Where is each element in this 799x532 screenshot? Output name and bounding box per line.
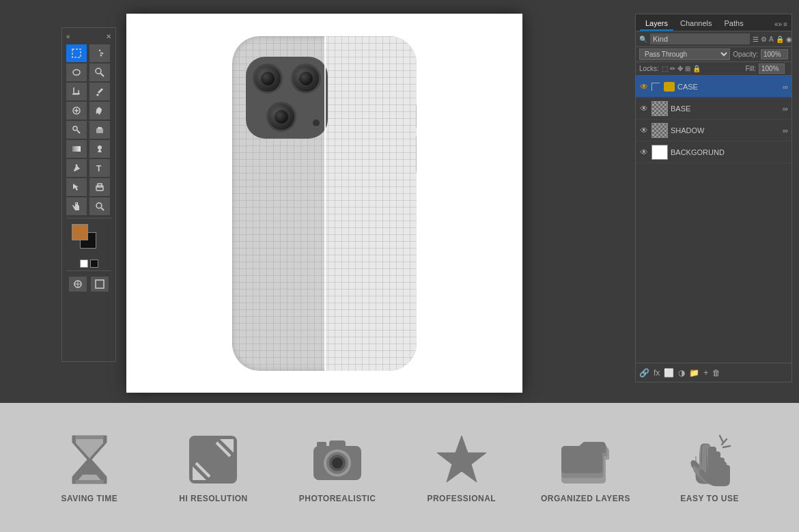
feature-organized-layers: ORGANIZED LAYERS (537, 432, 633, 503)
feature-hi-resolution: HI RESOLUTION (165, 432, 261, 503)
type-tool[interactable]: T (89, 159, 110, 177)
svg-line-19 (102, 208, 104, 211)
hand-tool[interactable] (66, 197, 87, 215)
svg-point-36 (332, 458, 343, 468)
locks-label: Locks: (639, 65, 659, 72)
zoom-tool[interactable] (89, 197, 110, 215)
clone-stamp-tool[interactable] (66, 121, 87, 139)
search-filter-icon-3[interactable]: A (769, 36, 774, 43)
photoshop-workspace: « ✕ (0, 0, 799, 403)
professional-icon (434, 432, 489, 487)
panel-menu-btn[interactable]: ≡ (783, 20, 787, 28)
direct-select-tool[interactable] (66, 178, 87, 196)
phone-side-btn-1 (416, 104, 417, 128)
layer-eye-background[interactable]: 👁 (639, 148, 649, 157)
shape-tool[interactable] (89, 178, 110, 196)
layer-expand-arrow[interactable] (651, 83, 660, 91)
new-layer-btn[interactable]: + (703, 368, 708, 378)
search-filter-icon-4[interactable]: 🔒 (776, 36, 784, 43)
toolbar-collapse-btn[interactable]: « (66, 33, 70, 40)
dodge-tool[interactable] (89, 140, 110, 158)
layer-effects-btn[interactable]: fx (654, 368, 660, 378)
group-layers-btn[interactable]: 📁 (689, 368, 699, 378)
quickmask-btn[interactable] (69, 277, 87, 292)
svg-rect-25 (75, 436, 104, 439)
svg-marker-1 (99, 49, 101, 51)
pen-tool[interactable] (66, 159, 87, 177)
svg-text:T: T (96, 164, 102, 173)
marquee-tool[interactable] (66, 44, 87, 62)
layer-item-base[interactable]: 👁 BASE ∞ (636, 98, 791, 120)
mini-swatch-black[interactable] (90, 260, 98, 268)
blend-mode-select[interactable]: Pass Through Normal Multiply Screen (639, 48, 730, 60)
svg-rect-11 (72, 146, 81, 152)
foreground-color-swatch[interactable] (72, 224, 88, 240)
feature-bar: SAVING TIME HI RESOLUTION (0, 403, 799, 532)
screen-mode-btn[interactable] (91, 277, 109, 292)
opacity-input[interactable] (761, 49, 788, 59)
mini-swatches (80, 260, 98, 268)
layer-item-background[interactable]: 👁 BACKGORUND (636, 141, 791, 163)
layer-thumb-background (651, 145, 668, 160)
layer-eye-case[interactable]: 👁 (639, 82, 649, 92)
link-layers-btn[interactable]: 🔗 (639, 368, 649, 378)
move-tool[interactable] (89, 44, 110, 62)
lock-artboard-btn[interactable]: ⊞ (685, 65, 690, 72)
search-filter-icon-5[interactable]: ◉ (786, 36, 792, 43)
fill-input[interactable] (759, 64, 785, 74)
blend-mode-row: Pass Through Normal Multiply Screen Opac… (636, 47, 791, 62)
hi-resolution-label: HI RESOLUTION (179, 494, 248, 503)
svg-point-8 (73, 126, 77, 130)
search-filter-icon-2[interactable]: ⚙ (761, 36, 767, 43)
layer-name-background: BACKGORUND (671, 148, 788, 156)
crop-tool[interactable] (66, 83, 87, 100)
tab-paths[interactable]: Paths (719, 17, 749, 31)
eraser-tool[interactable] (89, 121, 110, 139)
lock-transparent-btn[interactable]: ⬚ (662, 65, 668, 72)
toolbar-close-btn[interactable]: ✕ (106, 33, 111, 40)
lock-pixels-btn[interactable]: ✏ (670, 65, 675, 72)
svg-point-2 (73, 70, 80, 75)
svg-rect-9 (96, 128, 103, 133)
svg-line-43 (720, 436, 723, 443)
tab-layers[interactable]: Layers (640, 17, 673, 31)
adjustment-layer-btn[interactable]: ◑ (678, 368, 685, 378)
eyedropper-tool[interactable] (89, 83, 110, 100)
layers-bottom-bar: 🔗 fx ⬜ ◑ 📁 + 🗑 (636, 363, 791, 382)
color-swatches-area (72, 224, 106, 258)
brush-tool[interactable] (89, 102, 110, 120)
layer-folder-icon-case (664, 82, 675, 92)
layer-item-case[interactable]: 👁 CASE ∞ (636, 76, 791, 98)
magic-wand-tool[interactable] (89, 64, 110, 81)
panel-expand-btn[interactable]: «» (774, 20, 782, 28)
search-icon: 🔍 (639, 36, 647, 43)
layer-item-shadow[interactable]: 👁 SHADOW ∞ (636, 120, 791, 141)
layer-name-shadow: SHADOW (671, 126, 780, 135)
lasso-tool[interactable] (66, 64, 87, 81)
svg-line-45 (723, 446, 730, 447)
svg-point-4 (96, 68, 101, 74)
tab-channels[interactable]: Channels (675, 17, 717, 31)
fill-label: Fill: (745, 65, 756, 72)
layer-eye-shadow[interactable]: 👁 (639, 126, 649, 135)
layer-name-base: BASE (671, 104, 780, 113)
lock-position-btn[interactable]: ✥ (677, 65, 683, 72)
locks-row: Locks: ⬚ ✏ ✥ ⊞ 🔒 Fill: (636, 62, 791, 76)
feature-photorealistic: PHOTOREALISTIC (290, 432, 385, 503)
layer-link-case: ∞ (783, 83, 788, 91)
layer-search-input[interactable] (650, 33, 750, 44)
toolbar-grid: T (64, 44, 114, 215)
delete-layer-btn[interactable]: 🗑 (712, 368, 720, 378)
svg-point-18 (96, 203, 102, 208)
hi-resolution-icon (186, 432, 240, 487)
phone-guide-line (324, 36, 326, 371)
search-filter-icon-1[interactable]: ☰ (753, 36, 759, 43)
easy-to-use-icon (682, 432, 737, 487)
layer-eye-base[interactable]: 👁 (639, 104, 649, 113)
camera-lens-1 (253, 64, 283, 94)
mini-swatch-white[interactable] (80, 260, 88, 268)
lock-all-btn[interactable]: 🔒 (692, 65, 701, 72)
layer-mask-btn[interactable]: ⬜ (664, 368, 674, 378)
gradient-tool[interactable] (66, 140, 87, 158)
spot-healing-tool[interactable] (66, 102, 87, 120)
